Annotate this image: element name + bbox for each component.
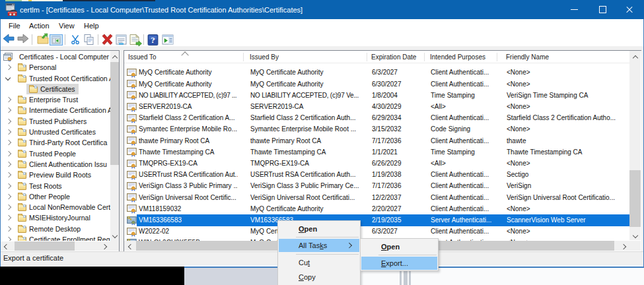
svg-text:?: ? — [151, 35, 155, 45]
